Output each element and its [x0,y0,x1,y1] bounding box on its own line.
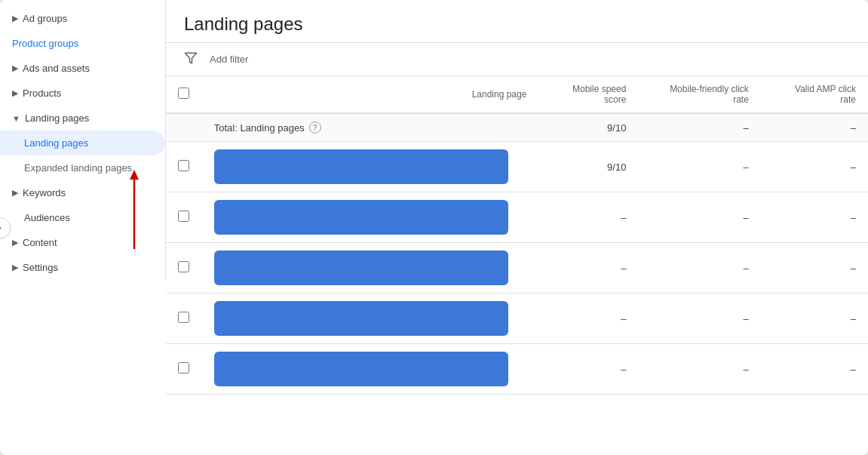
total-row: Total: Landing pages ? 9/10 – – [166,113,868,142]
sidebar-item-landing-pages-group[interactable]: ▼ Landing pages [0,106,165,131]
table-row: – – – [166,294,868,344]
td-mobile-friendly: – [638,142,760,192]
svg-marker-2 [186,53,197,63]
td-total-mobile-speed: 9/10 [538,113,638,142]
add-filter-button[interactable]: Add filter [204,51,254,68]
expand-icon: ▼ [12,114,20,123]
main-header: Landing pages [166,0,868,43]
table-row: – – – [166,243,868,294]
total-label-text: Total: Landing pages [214,122,305,134]
th-mobile-friendly-label: Mobile-friendly clickrate [670,84,749,105]
td-landing-page-bar [202,344,539,395]
data-table-wrapper: Landing page Mobile speedscore Mobile-fr… [166,76,868,455]
toolbar: Add filter [166,43,868,76]
td-total-mobile-friendly: – [638,113,760,142]
row-checkbox[interactable] [178,261,189,272]
row-checkbox[interactable] [178,211,189,222]
td-checkbox [166,344,202,395]
info-icon[interactable]: ? [309,121,321,134]
td-valid-amp: – [761,243,868,294]
td-checkbox [166,192,202,243]
sidebar: ▶ Ad groups Product groups ▶ Ads and ass… [0,0,166,280]
td-checkbox [166,142,202,192]
td-mobile-friendly: – [638,294,760,344]
sidebar-item-audiences[interactable]: Audiences [0,205,165,230]
td-total-checkbox [166,113,202,142]
landing-pages-table: Landing page Mobile speedscore Mobile-fr… [166,76,868,395]
expand-icon: ▶ [12,88,18,98]
landing-page-bar [214,251,508,285]
td-mobile-speed: – [538,294,638,344]
select-all-checkbox[interactable] [178,88,189,99]
landing-page-bar [214,301,508,336]
sidebar-item-label: Settings [23,262,58,273]
td-landing-page-bar [202,142,539,192]
td-landing-page-bar [202,294,539,344]
td-mobile-speed: – [538,243,638,294]
sidebar-item-expanded-landing-pages[interactable]: Expanded landing pages [0,155,165,180]
sidebar-item-product-groups[interactable]: Product groups [0,31,165,56]
table-row: – – – [166,344,868,395]
sidebar-item-label: Ads and assets [23,63,90,74]
th-landing-page-label: Landing page [472,89,527,100]
expand-icon: ▶ [12,263,18,272]
th-mobile-speed: Mobile speedscore [538,76,638,113]
landing-page-bar [214,352,508,386]
landing-page-bar [214,200,508,235]
sidebar-item-ads-and-assets[interactable]: ▶ Ads and assets [0,56,165,81]
td-mobile-speed: – [538,192,638,243]
sidebar-item-label: Landing pages [25,112,89,124]
table-row: 9/10 – – [166,142,868,192]
td-valid-amp: – [761,344,868,395]
td-mobile-friendly: – [638,243,760,294]
sidebar-item-label: Audiences [24,212,70,223]
sidebar-item-products[interactable]: ▶ Products [0,81,165,106]
sidebar-item-label: Expanded landing pages [24,162,132,174]
td-checkbox [166,243,202,294]
filter-icon [184,51,198,68]
td-mobile-friendly: – [638,192,760,243]
expand-icon: ▶ [12,188,18,198]
td-total-label: Total: Landing pages ? [202,113,539,142]
sidebar-item-label: Products [23,88,61,99]
th-mobile-speed-label: Mobile speedscore [572,84,626,105]
td-mobile-speed: 9/10 [538,142,638,192]
expand-icon: ▶ [12,63,18,73]
td-checkbox [166,294,202,344]
sidebar-item-label: Landing pages [24,137,88,149]
sidebar-item-label: Content [23,237,57,248]
td-valid-amp: – [761,192,868,243]
sidebar-item-settings[interactable]: ▶ Settings [0,255,165,280]
sidebar-item-keywords[interactable]: ▶ Keywords [0,180,165,205]
td-mobile-speed: – [538,344,638,395]
th-mobile-friendly: Mobile-friendly clickrate [638,76,760,113]
expand-icon: ▶ [12,14,18,23]
th-landing-page: Landing page [202,76,539,113]
page-title: Landing pages [184,14,850,35]
th-checkbox [166,76,202,113]
th-valid-amp: Valid AMP clickrate [761,76,868,113]
toggle-icon: › [0,222,2,233]
landing-page-bar [214,149,508,184]
td-valid-amp: – [761,294,868,344]
sidebar-item-content[interactable]: ▶ Content [0,230,165,255]
main-content: Landing pages Add filter [166,0,868,455]
sidebar-item-ad-groups[interactable]: ▶ Ad groups [0,6,165,31]
table-row: – – – [166,192,868,243]
sidebar-item-label: Product groups [12,38,78,49]
sidebar-item-label: Ad groups [23,13,67,24]
td-mobile-friendly: – [638,344,760,395]
expand-icon: ▶ [12,238,18,247]
sidebar-item-label: Keywords [23,187,66,198]
td-valid-amp: – [761,142,868,192]
td-landing-page-bar [202,243,539,294]
sidebar-item-landing-pages[interactable]: Landing pages [0,131,165,155]
th-valid-amp-label: Valid AMP clickrate [795,84,856,105]
table-header-row: Landing page Mobile speedscore Mobile-fr… [166,76,868,113]
td-landing-page-bar [202,192,539,243]
td-total-valid-amp: – [761,113,868,142]
row-checkbox[interactable] [178,362,189,374]
row-checkbox[interactable] [178,160,189,171]
row-checkbox[interactable] [178,312,189,323]
